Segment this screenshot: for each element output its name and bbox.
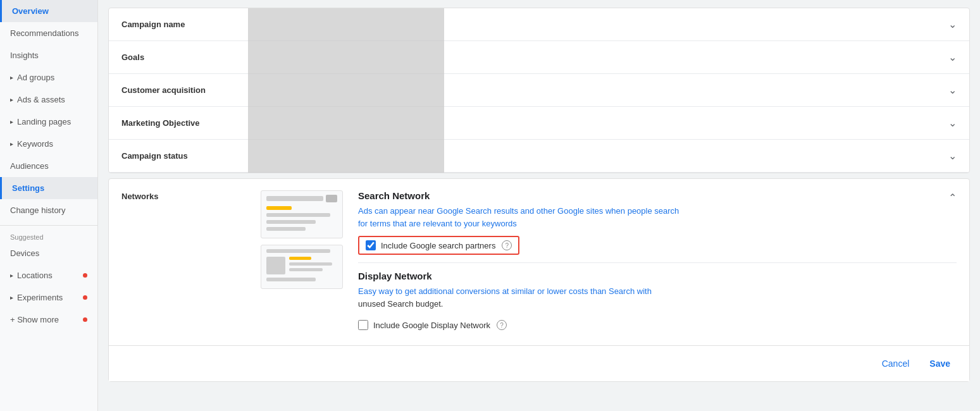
illus-short-line: [266, 227, 306, 231]
sidebar-item-label: + Show more: [10, 315, 59, 324]
marketing-objective-value: [248, 114, 936, 132]
search-partners-help-icon[interactable]: ?: [502, 240, 512, 250]
search-partners-checkbox[interactable]: [366, 240, 376, 250]
settings-row-campaign-status[interactable]: Campaign status ⌄: [109, 140, 969, 173]
sidebar-item-ad-groups[interactable]: ▸ Ad groups: [0, 66, 97, 89]
illus-bottom-line: [266, 278, 316, 281]
sidebar: Overview Recommendations Insights ▸ Ad g…: [0, 0, 98, 411]
settings-row-campaign-name[interactable]: Campaign name ⌄: [109, 8, 969, 41]
sidebar-item-keywords[interactable]: ▸ Keywords: [0, 133, 97, 155]
campaign-settings-card: Campaign name ⌄ Goals ⌄ Customer acquisi…: [108, 8, 970, 173]
main-content: Campaign name ⌄ Goals ⌄ Customer acquisi…: [98, 0, 980, 411]
sidebar-item-label: Ad groups: [17, 73, 54, 82]
sidebar-item-show-more[interactable]: + Show more: [0, 309, 97, 331]
settings-row-customer-acquisition[interactable]: Customer acquisition ⌄: [109, 74, 969, 107]
illus-medium-line2: [289, 268, 323, 271]
sidebar-item-label: Locations: [17, 271, 53, 280]
networks-divider: [358, 262, 957, 263]
sidebar-item-locations[interactable]: ▸ Locations: [0, 264, 97, 286]
illus-display-inner: [266, 257, 337, 274]
save-button[interactable]: Save: [923, 355, 957, 372]
search-bar-illustration: [266, 195, 337, 202]
chevron-down-icon[interactable]: ⌄: [936, 42, 969, 72]
illus-yellow-line2: [289, 257, 311, 260]
sidebar-item-label: Experiments: [17, 293, 63, 302]
dot-indicator: [83, 295, 87, 300]
networks-illustration: [261, 190, 343, 289]
sidebar-item-label: Overview: [12, 6, 49, 16]
sidebar-item-change-history[interactable]: Change history: [0, 199, 97, 221]
display-network-checkbox[interactable]: [358, 320, 368, 330]
search-input-illustration: [266, 196, 323, 201]
display-network-desc-blue1: Easy way to get additional conversions a…: [358, 286, 652, 296]
sidebar-item-settings[interactable]: Settings: [0, 177, 97, 199]
sidebar-item-label: Landing pages: [17, 117, 71, 126]
display-illustration: [261, 245, 343, 289]
display-network-section: Display Network Easy way to get addition…: [358, 271, 957, 334]
sidebar-item-landing-pages[interactable]: ▸ Landing pages: [0, 111, 97, 133]
search-partners-checkbox-row[interactable]: Include Google search partners ?: [358, 236, 519, 255]
chevron-up-icon[interactable]: ⌃: [948, 192, 957, 204]
chevron-right-icon: ▸: [10, 140, 13, 147]
campaign-status-value: [248, 147, 936, 165]
chevron-down-icon[interactable]: ⌄: [936, 141, 969, 171]
illus-long-line: [266, 213, 330, 217]
campaign-status-label: Campaign status: [109, 142, 248, 169]
sidebar-item-experiments[interactable]: ▸ Experiments: [0, 286, 97, 309]
chevron-right-icon: ▸: [10, 118, 13, 125]
sidebar-item-label: Settings: [12, 183, 44, 193]
search-network-desc-blue2: for terms that are relevant to your keyw…: [358, 219, 517, 228]
sidebar-suggested-label: Suggested: [0, 230, 97, 242]
customer-acquisition-value: [248, 82, 936, 99]
campaign-name-value: [248, 16, 936, 34]
search-illustration: [261, 190, 343, 238]
illus-long-line2: [289, 262, 332, 266]
search-btn-illustration: [326, 195, 337, 202]
goals-value: [248, 49, 936, 66]
sidebar-divider: [0, 225, 97, 226]
sidebar-item-label: Devices: [10, 248, 39, 258]
illus-thumb: [266, 257, 285, 274]
chevron-down-icon[interactable]: ⌄: [936, 75, 969, 105]
display-network-help-icon[interactable]: ?: [497, 320, 507, 330]
sidebar-item-insights[interactable]: Insights: [0, 44, 97, 66]
goals-label: Goals: [109, 44, 248, 71]
marketing-objective-label: Marketing Objective: [109, 109, 248, 137]
sidebar-item-devices[interactable]: Devices: [0, 242, 97, 264]
sidebar-item-audiences[interactable]: Audiences: [0, 155, 97, 177]
cancel-button[interactable]: Cancel: [876, 355, 916, 372]
sidebar-item-label: Insights: [10, 51, 39, 60]
networks-section: Networks: [109, 179, 969, 345]
display-network-title: Display Network: [358, 271, 957, 281]
networks-right: Search Network ⌃ Ads can appear near Goo…: [358, 190, 957, 334]
chevron-right-icon: ▸: [10, 272, 13, 279]
chevron-down-icon[interactable]: ⌄: [936, 108, 969, 138]
sidebar-item-recommendations[interactable]: Recommendations: [0, 22, 97, 44]
networks-card: Networks: [108, 178, 970, 382]
dot-indicator: [83, 317, 87, 322]
display-network-label: Include Google Display Network: [373, 321, 490, 330]
search-network-title: Search Network: [358, 190, 430, 201]
sidebar-item-label: Audiences: [10, 161, 49, 171]
display-network-description: Easy way to get additional conversions a…: [358, 285, 957, 310]
display-network-checkbox-row[interactable]: Include Google Display Network ?: [358, 316, 957, 334]
settings-rows: Campaign name ⌄ Goals ⌄ Customer acquisi…: [109, 8, 969, 173]
illus-yellow-line: [266, 206, 292, 210]
sidebar-item-overview[interactable]: Overview: [0, 0, 97, 22]
blurred-settings: Campaign name ⌄ Goals ⌄ Customer acquisi…: [109, 8, 969, 173]
search-network-desc-blue1: Ads can appear near Google Search result…: [358, 206, 679, 216]
search-network-section: Search Network ⌃ Ads can appear near Goo…: [358, 190, 957, 255]
search-network-description: Ads can appear near Google Search result…: [358, 205, 957, 230]
settings-row-marketing-objective[interactable]: Marketing Objective ⌄: [109, 107, 969, 140]
illus-display-lines: [289, 257, 337, 274]
sidebar-item-label: Ads & assets: [17, 95, 65, 104]
search-network-header: Search Network ⌃: [358, 190, 957, 205]
settings-row-goals[interactable]: Goals ⌄: [109, 41, 969, 74]
display-network-desc-black: unused Search budget.: [358, 299, 443, 309]
sidebar-item-ads-assets[interactable]: ▸ Ads & assets: [0, 89, 97, 111]
illus-medium-line: [266, 220, 316, 224]
chevron-right-icon: ▸: [10, 96, 13, 103]
search-partners-label: Include Google search partners: [381, 241, 495, 250]
chevron-down-icon[interactable]: ⌄: [936, 9, 969, 39]
chevron-right-icon: ▸: [10, 74, 13, 81]
